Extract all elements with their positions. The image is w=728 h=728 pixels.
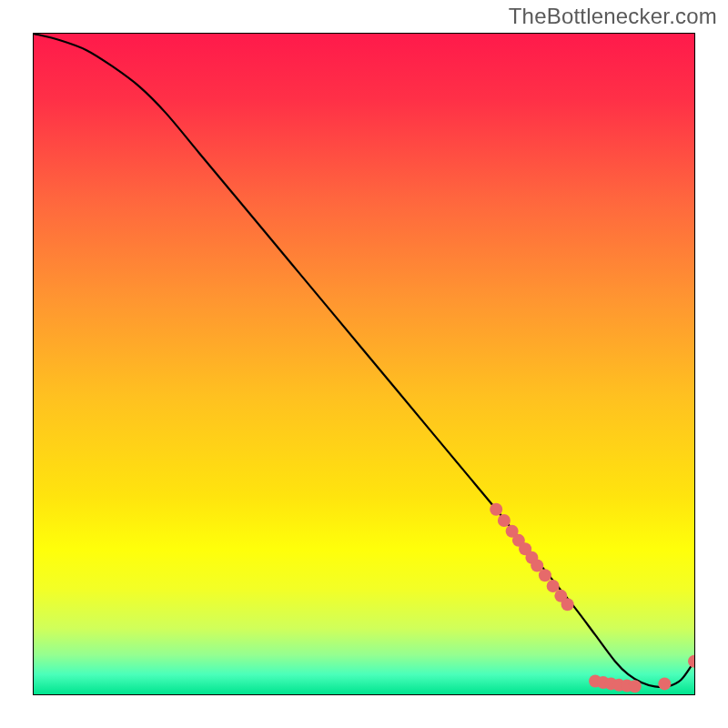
highlight-dot xyxy=(547,580,560,592)
plot-area xyxy=(33,33,695,695)
highlight-dot xyxy=(531,559,543,571)
highlight-dot xyxy=(561,598,574,611)
highlight-dot xyxy=(539,569,551,581)
highlight-dot xyxy=(490,503,502,516)
bottleneck-curve xyxy=(34,34,694,687)
highlight-dot xyxy=(629,680,642,693)
highlight-dot xyxy=(688,655,694,668)
highlight-dot xyxy=(658,677,671,690)
highlight-dot xyxy=(498,514,511,527)
highlight-dots xyxy=(490,503,694,693)
chart-stage: TheBottlenecker.com xyxy=(0,0,728,728)
watermark-text: TheBottlenecker.com xyxy=(509,4,717,29)
curve-layer xyxy=(34,34,694,694)
